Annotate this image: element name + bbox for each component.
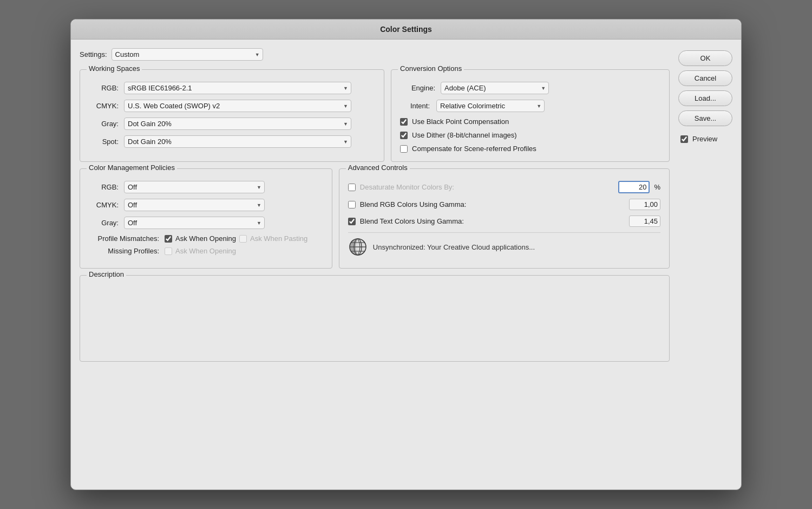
co-black-point-row: Use Black Point Compensation	[400, 118, 660, 126]
advanced-controls-panel: Advanced Controls Desaturate Monitor Col…	[339, 168, 670, 269]
ws-rgb-row: RGB: sRGB IEC61966-2.1	[89, 82, 375, 94]
ws-gray-row: Gray: Dot Gain 20%	[89, 118, 375, 130]
ws-spot-row: Spot: Dot Gain 20%	[89, 135, 375, 148]
adv-blend-rgb-checkbox[interactable]	[348, 201, 356, 208]
bottom-panel-group: Color Management Policies RGB: Off CMYK:	[80, 168, 670, 269]
adv-blend-rgb-row: Blend RGB Colors Using Gamma:	[348, 199, 660, 210]
adv-blend-rgb-label: Blend RGB Colors Using Gamma:	[360, 200, 625, 208]
co-intent-row: Intent: Relative Colorimetric	[400, 100, 660, 112]
co-engine-select[interactable]: Adobe (ACE)	[441, 82, 549, 94]
ok-button[interactable]: OK	[678, 50, 732, 66]
ws-cmyk-select[interactable]: U.S. Web Coated (SWOP) v2	[124, 100, 351, 112]
ask-when-opening-checkbox[interactable]	[165, 235, 172, 243]
ws-spot-label: Spot:	[89, 138, 119, 146]
adv-blend-text-label: Blend Text Colors Using Gamma:	[360, 217, 625, 225]
unsync-text: Unsynchronized: Your Creative Cloud appl…	[373, 243, 535, 251]
ws-gray-label: Gray:	[89, 120, 119, 128]
main-content: Settings: Custom Working Spaces RGB:	[80, 48, 670, 481]
co-intent-select[interactable]: Relative Colorimetric	[436, 100, 545, 112]
cm-gray-label: Gray:	[89, 219, 119, 227]
working-spaces-title: Working Spaces	[87, 64, 142, 73]
adv-blend-rgb-input[interactable]	[629, 199, 660, 210]
ws-gray-select[interactable]: Dot Gain 20%	[124, 118, 351, 130]
cm-gray-select[interactable]: Off	[124, 217, 265, 229]
color-mgmt-title: Color Management Policies	[87, 164, 177, 172]
missing-profiles-row: Missing Profiles: Ask When Opening	[89, 247, 323, 255]
adv-desaturate-input[interactable]	[618, 181, 650, 193]
ask-when-pasting-checkbox[interactable]	[239, 235, 247, 243]
cm-cmyk-row: CMYK: Off	[89, 199, 323, 211]
description-title: Description	[87, 270, 126, 278]
ws-rgb-label: RGB:	[89, 84, 119, 92]
unsync-row: Unsynchronized: Your Creative Cloud appl…	[348, 232, 660, 257]
conversion-options-panel: Conversion Options Engine: Adobe (ACE) I…	[391, 69, 670, 162]
settings-row: Settings: Custom	[80, 48, 670, 61]
co-scene-label: Compensate for Scene-referred Profiles	[412, 145, 536, 153]
ws-cmyk-row: CMYK: U.S. Web Coated (SWOP) v2	[89, 100, 375, 112]
adv-blend-text-row: Blend Text Colors Using Gamma:	[348, 216, 660, 227]
cm-rgb-select[interactable]: Off	[124, 181, 265, 193]
cm-cmyk-select[interactable]: Off	[124, 199, 265, 211]
advanced-controls-title: Advanced Controls	[346, 164, 410, 172]
dialog-body: Settings: Custom Working Spaces RGB:	[71, 40, 741, 490]
ws-cmyk-select-wrapper: U.S. Web Coated (SWOP) v2	[124, 100, 351, 112]
co-dither-checkbox[interactable]	[400, 132, 408, 139]
ask-when-pasting-label: Ask When Pasting	[250, 234, 307, 243]
ws-gray-select-wrapper: Dot Gain 20%	[124, 118, 351, 130]
adv-blend-text-input[interactable]	[629, 216, 660, 227]
co-engine-label: Engine:	[400, 84, 435, 92]
ws-spot-select[interactable]: Dot Gain 20%	[124, 135, 351, 148]
color-settings-dialog: Color Settings Settings: Custom Working …	[70, 19, 742, 490]
profile-mismatches-row: Profile Mismatches: Ask When Opening Ask…	[89, 234, 323, 243]
load-button[interactable]: Load...	[678, 90, 732, 106]
settings-label: Settings:	[80, 50, 107, 58]
title-bar: Color Settings	[71, 19, 741, 40]
cm-rgb-label: RGB:	[89, 183, 119, 191]
cm-cmyk-select-wrapper: Off	[124, 199, 265, 211]
co-scene-checkbox[interactable]	[400, 145, 408, 153]
dialog-title: Color Settings	[380, 25, 432, 34]
sidebar: OK Cancel Load... Save... Preview	[678, 48, 732, 481]
co-engine-select-wrapper: Adobe (ACE)	[441, 82, 549, 94]
co-engine-row: Engine: Adobe (ACE)	[400, 82, 660, 94]
adv-desaturate-label: Desaturate Monitor Colors By:	[360, 183, 614, 191]
preview-row: Preview	[678, 135, 732, 143]
conversion-options-title: Conversion Options	[398, 64, 464, 73]
ws-spot-select-wrapper: Dot Gain 20%	[124, 135, 351, 148]
ws-rgb-select-wrapper: sRGB IEC61966-2.1	[124, 82, 351, 94]
cm-gray-row: Gray: Off	[89, 217, 323, 229]
profile-mismatches-label: Profile Mismatches:	[89, 234, 159, 243]
cm-cmyk-label: CMYK:	[89, 201, 119, 209]
preview-checkbox[interactable]	[680, 135, 688, 143]
co-dither-row: Use Dither (8-bit/channel images)	[400, 131, 660, 139]
ws-rgb-select[interactable]: sRGB IEC61966-2.1	[124, 82, 351, 94]
missing-profiles-label: Missing Profiles:	[89, 247, 159, 255]
settings-select-wrapper: Custom	[112, 48, 263, 61]
cm-gray-select-wrapper: Off	[124, 217, 265, 229]
missing-ask-when-opening-label: Ask When Opening	[175, 247, 236, 255]
cancel-button[interactable]: Cancel	[678, 70, 732, 86]
adv-desaturate-row: Desaturate Monitor Colors By: %	[348, 181, 660, 193]
co-black-point-label: Use Black Point Compensation	[412, 118, 509, 126]
cm-rgb-row: RGB: Off	[89, 181, 323, 193]
co-black-point-checkbox[interactable]	[400, 118, 408, 126]
adv-desaturate-percent: %	[654, 183, 660, 191]
co-intent-select-wrapper: Relative Colorimetric	[436, 100, 545, 112]
description-section: Description	[80, 275, 670, 362]
working-spaces-panel: Working Spaces RGB: sRGB IEC61966-2.1 CM…	[80, 69, 384, 162]
globe-icon	[348, 237, 368, 257]
co-scene-row: Compensate for Scene-referred Profiles	[400, 145, 660, 153]
preview-label: Preview	[692, 135, 717, 143]
ws-cmyk-label: CMYK:	[89, 102, 119, 110]
adv-desaturate-checkbox[interactable]	[348, 184, 356, 191]
adv-blend-text-checkbox[interactable]	[348, 218, 356, 225]
missing-ask-when-opening-checkbox[interactable]	[165, 247, 172, 255]
co-intent-label: Intent:	[400, 102, 430, 110]
co-dither-label: Use Dither (8-bit/channel images)	[412, 131, 517, 139]
cm-rgb-select-wrapper: Off	[124, 181, 265, 193]
settings-select[interactable]: Custom	[112, 48, 263, 61]
save-button[interactable]: Save...	[678, 110, 732, 126]
top-panel-group: Working Spaces RGB: sRGB IEC61966-2.1 CM…	[80, 69, 670, 162]
color-mgmt-panel: Color Management Policies RGB: Off CMYK:	[80, 168, 332, 269]
ask-when-opening-label: Ask When Opening	[175, 234, 236, 243]
